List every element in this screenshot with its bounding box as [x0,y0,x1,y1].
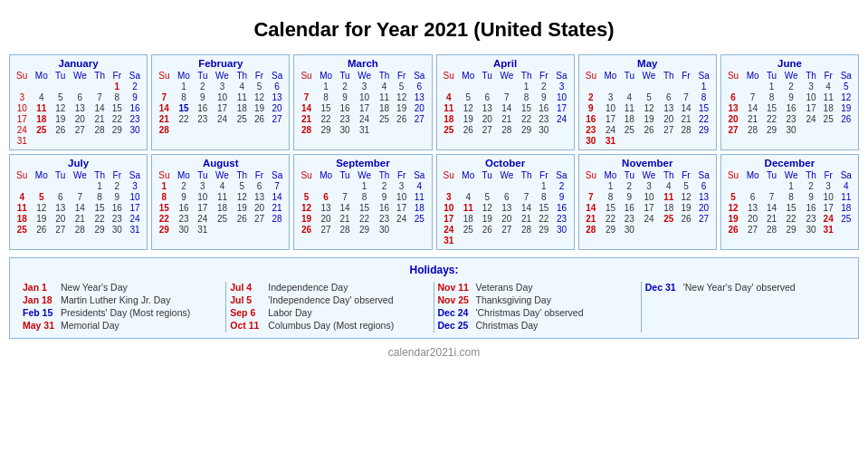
cal-day: 24 [820,213,837,224]
cal-day: 5 [837,81,855,92]
holiday-date: Dec 25 [438,320,472,331]
cal-day: 8 [763,92,780,102]
cal-day [837,124,855,135]
cal-day: 1 [91,180,109,191]
cal-day: 23 [552,213,570,224]
cal-day: 22 [763,113,780,124]
cal-day: 7 [268,180,286,191]
cal-day: 1 [535,180,552,191]
cal-day: 4 [440,92,458,102]
cal-day: 22 [780,213,802,224]
cal-day: 5 [234,180,252,191]
cal-day: 29 [91,224,109,235]
cal-day [458,235,479,246]
holiday-name: Christmas Day [476,320,539,331]
cal-day: 18 [458,213,479,224]
cal-day: 9 [109,191,126,202]
cal-day: 9 [194,92,211,102]
cal-day: 8 [91,191,109,202]
cal-day: 15 [354,202,376,213]
cal-day: 13 [479,102,496,113]
cal-day: 23 [535,113,552,124]
cal-day [621,81,638,92]
cal-day [337,180,354,191]
cal-day [458,81,479,92]
cal-day [251,224,268,235]
cal-day: 5 [678,180,695,191]
month-box-november: NovemberSuMoTuWeThFrSa123456789101112131… [578,154,717,250]
cal-day: 9 [582,102,600,113]
cal-day: 27 [316,224,337,235]
cal-day: 2 [126,81,144,92]
cal-day: 9 [552,191,570,202]
cal-day: 25 [211,213,233,224]
cal-day: 16 [552,202,570,213]
cal-day: 9 [337,92,354,102]
cal-day: 17 [13,113,31,124]
month-box-june: JuneSuMoTuWeThFrSa1234567891011121314151… [720,54,859,150]
cal-day: 10 [600,102,621,113]
cal-day: 5 [479,191,496,202]
cal-day: 21 [678,113,695,124]
cal-day: 24 [600,124,621,135]
cal-day: 22 [174,113,195,124]
cal-day: 2 [582,92,600,102]
cal-day: 14 [155,102,173,113]
cal-day: 2 [174,180,195,191]
cal-day: 29 [600,224,621,235]
holiday-name: New Year's Day [61,282,128,293]
cal-day: 19 [638,113,660,124]
cal-day: 17 [638,202,660,213]
cal-day: 15 [763,102,780,113]
month-title: November [582,158,713,169]
cal-day: 25 [660,213,678,224]
cal-day: 20 [316,213,337,224]
cal-day: 22 [694,113,712,124]
cal-day [600,81,621,92]
cal-day: 8 [155,191,173,202]
cal-day: 21 [518,213,536,224]
cal-day: 12 [458,102,479,113]
cal-day: 15 [535,202,552,213]
cal-day: 21 [268,202,286,213]
cal-day: 25 [13,224,31,235]
cal-day [297,180,315,191]
holiday-row: Dec 25Christmas Day [438,320,637,331]
cal-day: 19 [251,102,268,113]
cal-day: 2 [802,180,820,191]
cal-day [724,180,742,191]
cal-day: 13 [724,102,742,113]
cal-day: 17 [393,202,410,213]
cal-day: 30 [174,224,195,235]
cal-day [393,224,410,235]
cal-day [52,135,69,146]
cal-day: 10 [802,92,820,102]
cal-day: 22 [600,213,621,224]
cal-day: 27 [694,213,712,224]
cal-day: 11 [211,191,233,202]
cal-day [126,135,144,146]
cal-day: 28 [678,124,695,135]
holiday-name: Presidents' Day (Most regions) [61,307,190,318]
cal-day: 4 [660,180,678,191]
cal-day: 3 [440,191,458,202]
cal-day: 27 [496,224,518,235]
cal-day: 28 [582,224,600,235]
cal-day: 23 [194,113,211,124]
cal-day [496,81,518,92]
cal-day: 7 [69,191,91,202]
cal-day: 3 [194,180,211,191]
cal-day: 15 [518,102,536,113]
cal-day: 17 [440,213,458,224]
cal-day: 26 [837,113,855,124]
cal-day: 26 [251,113,268,124]
cal-day [194,124,211,135]
cal-day: 17 [354,102,376,113]
cal-day: 30 [802,224,820,235]
cal-day: 12 [724,202,742,213]
cal-day: 2 [535,81,552,92]
cal-day: 14 [496,102,518,113]
cal-day: 12 [297,202,315,213]
cal-day: 14 [678,102,695,113]
cal-day: 6 [69,92,91,102]
